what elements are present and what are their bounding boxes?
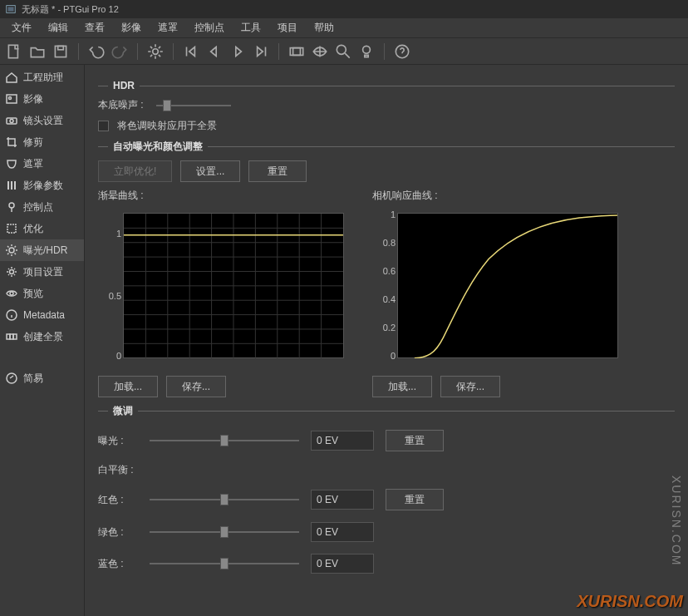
menu-help[interactable]: 帮助 bbox=[307, 19, 341, 37]
vignette-chart: 1 0.5 0 bbox=[98, 208, 347, 366]
sidebar-item-preview[interactable]: 预览 bbox=[0, 283, 84, 304]
settings-button[interactable]: 设置... bbox=[180, 160, 240, 182]
sidebar-item-assistant[interactable]: 工程助理 bbox=[0, 67, 84, 88]
sidebar-item-metadata[interactable]: Metadata bbox=[0, 304, 84, 326]
exposure-value[interactable]: 0 EV bbox=[311, 431, 374, 451]
svg-point-9 bbox=[363, 46, 371, 53]
svg-point-17 bbox=[9, 248, 14, 253]
separator bbox=[173, 43, 174, 60]
separator bbox=[384, 43, 385, 60]
open-icon[interactable] bbox=[28, 42, 47, 61]
sidebar-label: 优化 bbox=[23, 222, 43, 236]
optimize-now-button[interactable]: 立即优化! bbox=[98, 160, 172, 182]
response-load-button[interactable]: 加载... bbox=[372, 376, 432, 397]
svg-rect-7 bbox=[293, 47, 301, 55]
sidebar-label: 简易 bbox=[23, 372, 43, 386]
menu-file[interactable]: 文件 bbox=[5, 19, 38, 37]
sidebar-item-project[interactable]: 项目设置 bbox=[0, 261, 84, 283]
response-label: 相机响应曲线 : bbox=[372, 189, 622, 203]
wb-label: 白平衡 : bbox=[98, 463, 138, 477]
redo-icon[interactable] bbox=[111, 42, 129, 61]
red-label: 红色 : bbox=[98, 493, 138, 507]
new-icon[interactable] bbox=[5, 42, 23, 61]
play-next-icon[interactable] bbox=[229, 42, 247, 61]
vignette-load-button[interactable]: 加载... bbox=[98, 376, 158, 397]
blue-value[interactable]: 0 EV bbox=[311, 554, 374, 574]
play-prev-icon[interactable] bbox=[205, 42, 224, 61]
sidebar-label: 曝光/HDR bbox=[23, 244, 67, 258]
exposure-label: 曝光 : bbox=[98, 434, 138, 448]
exposure-slider[interactable] bbox=[150, 435, 299, 446]
section-hdr-auto: 自动曝光和颜色调整 bbox=[98, 140, 675, 154]
gear-icon[interactable] bbox=[146, 42, 165, 61]
sidebar-item-crop[interactable]: 修剪 bbox=[0, 131, 84, 153]
sidebar-item-mask[interactable]: 遮罩 bbox=[0, 153, 84, 175]
svg-point-24 bbox=[7, 373, 17, 383]
panorama-icon[interactable] bbox=[287, 42, 306, 61]
menu-mask[interactable]: 遮罩 bbox=[151, 19, 184, 37]
vignette-save-button[interactable]: 保存... bbox=[166, 376, 226, 397]
svg-rect-3 bbox=[55, 46, 66, 57]
sidebar-label: 工程助理 bbox=[23, 71, 63, 85]
menu-tools[interactable]: 工具 bbox=[234, 19, 268, 37]
sidebar-item-optimize[interactable]: 优化 bbox=[0, 218, 84, 239]
help-icon[interactable] bbox=[393, 42, 411, 61]
svg-point-10 bbox=[396, 45, 408, 57]
sidebar-item-create[interactable]: 创建全景 bbox=[0, 326, 84, 347]
green-slider[interactable] bbox=[150, 526, 299, 538]
save-icon[interactable] bbox=[52, 42, 70, 61]
sidebar-item-controlpoints[interactable]: 控制点 bbox=[0, 196, 84, 218]
svg-point-19 bbox=[10, 292, 13, 295]
sidebar-label: Metadata bbox=[23, 309, 65, 321]
content-panel: HDR 本底噪声 : 将色调映射应用于全景 自动曝光和颜色调整 立即优化! 设置… bbox=[85, 65, 688, 616]
blue-label: 蓝色 : bbox=[98, 557, 138, 571]
separator bbox=[278, 43, 279, 60]
menu-cp[interactable]: 控制点 bbox=[188, 19, 231, 37]
svg-rect-4 bbox=[58, 46, 64, 49]
sidebar-label: 影像参数 bbox=[23, 179, 63, 193]
menu-image[interactable]: 影像 bbox=[115, 19, 148, 37]
titlebar: 无标题 * - PTGui Pro 12 bbox=[0, 0, 688, 18]
reset-auto-button[interactable]: 重置 bbox=[248, 160, 307, 182]
exposure-reset-button[interactable]: 重置 bbox=[386, 430, 444, 451]
toolbar bbox=[0, 38, 688, 65]
svg-rect-16 bbox=[7, 224, 16, 233]
menu-project[interactable]: 项目 bbox=[271, 19, 304, 37]
sidebar-item-lens[interactable]: 镜头设置 bbox=[0, 110, 84, 131]
vignette-label: 渐晕曲线 : bbox=[98, 189, 347, 203]
menu-edit[interactable]: 编辑 bbox=[42, 19, 75, 37]
play-last-icon[interactable] bbox=[252, 42, 270, 61]
sidebar: 工程助理 影像 镜头设置 修剪 遮罩 影像参数 控制点 优化 曝光/HDR 项目… bbox=[0, 65, 85, 616]
sidebar-label: 影像 bbox=[23, 92, 43, 106]
response-save-button[interactable]: 保存... bbox=[440, 376, 500, 397]
svg-point-15 bbox=[9, 203, 14, 208]
menu-view[interactable]: 查看 bbox=[78, 19, 111, 37]
sidebar-item-images[interactable]: 影像 bbox=[0, 88, 84, 110]
watermark: XURISN.COM bbox=[670, 476, 683, 566]
red-value[interactable]: 0 EV bbox=[311, 490, 374, 510]
section-hdr-hdr: HDR bbox=[98, 80, 675, 91]
svg-rect-1 bbox=[8, 7, 14, 11]
watermark-logo: XURISN.COM bbox=[577, 592, 683, 611]
sidebar-label: 控制点 bbox=[23, 200, 53, 214]
svg-point-12 bbox=[9, 97, 12, 100]
svg-point-18 bbox=[10, 270, 14, 274]
noise-slider[interactable] bbox=[156, 100, 231, 111]
noise-label: 本底噪声 : bbox=[98, 98, 148, 112]
detail-icon[interactable] bbox=[334, 42, 352, 61]
wb-reset-button[interactable]: 重置 bbox=[386, 489, 444, 510]
play-first-icon[interactable] bbox=[182, 42, 200, 61]
svg-point-14 bbox=[10, 120, 13, 123]
green-value[interactable]: 0 EV bbox=[311, 522, 374, 542]
sidebar-item-exposure[interactable]: 曝光/HDR bbox=[0, 239, 84, 261]
undo-icon[interactable] bbox=[87, 42, 106, 61]
sidebar-item-params[interactable]: 影像参数 bbox=[0, 175, 84, 196]
apply-tonemap-checkbox[interactable] bbox=[98, 121, 109, 131]
svg-point-5 bbox=[153, 48, 159, 54]
blue-slider[interactable] bbox=[150, 558, 299, 569]
sidebar-item-simple[interactable]: 简易 bbox=[0, 367, 84, 389]
grid-icon[interactable] bbox=[311, 42, 329, 61]
bulb-icon[interactable] bbox=[357, 42, 376, 61]
apply-tonemap-label: 将色调映射应用于全景 bbox=[117, 119, 217, 133]
red-slider[interactable] bbox=[150, 494, 299, 505]
